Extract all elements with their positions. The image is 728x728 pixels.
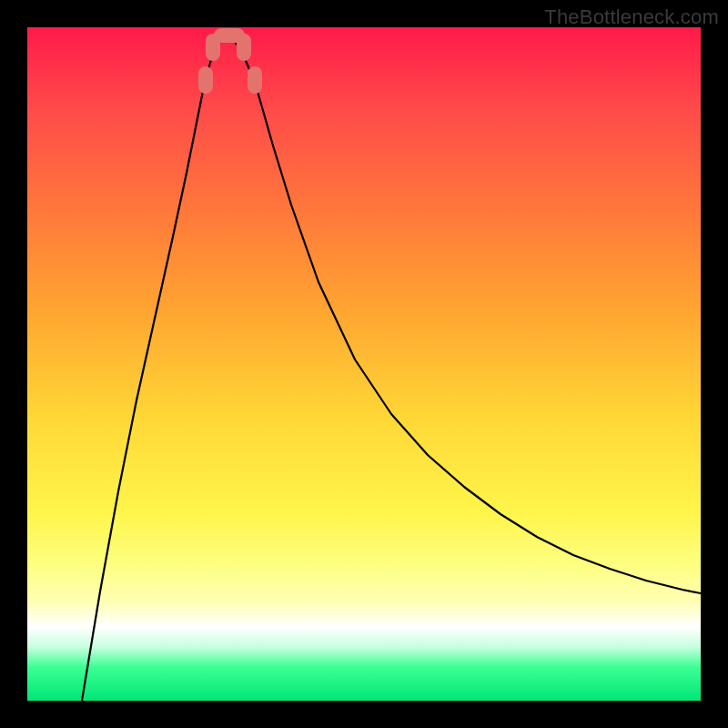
marker-left-upper xyxy=(198,66,213,94)
marker-right-upper xyxy=(248,66,262,94)
watermark-text: TheBottleneck.com xyxy=(544,5,719,29)
chart-plot-area xyxy=(27,27,701,701)
bottleneck-curve xyxy=(27,27,701,701)
marker-right-lower xyxy=(237,34,251,61)
